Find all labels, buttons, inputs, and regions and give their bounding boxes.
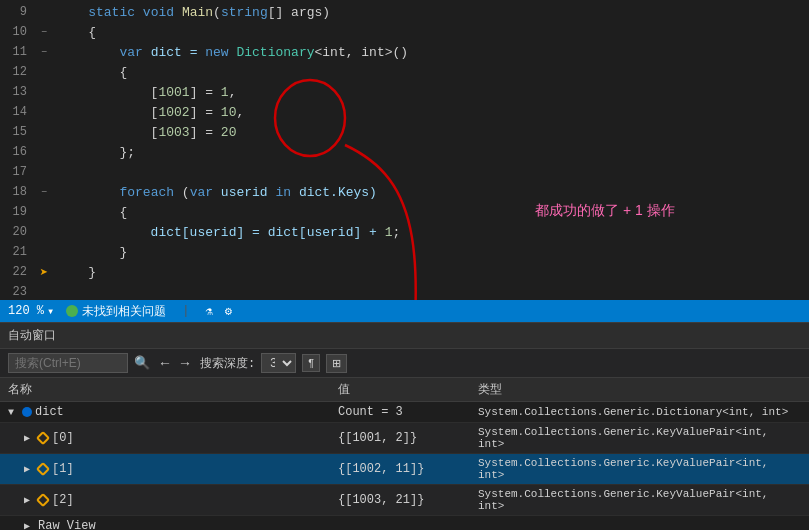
row-name-cell: ▼ dict: [0, 402, 330, 423]
line-number: 16: [0, 145, 35, 159]
orange-diamond-icon: [36, 462, 50, 476]
code-line: 14 [1002] = 10,: [0, 102, 809, 122]
row-name-cell: ▶ [2]: [0, 485, 330, 516]
orange-diamond-icon: [36, 431, 50, 445]
code-content: };: [53, 145, 809, 160]
search-input[interactable]: [8, 353, 128, 373]
search-bar: 🔍 ← → 搜索深度: 3 1 2 4 5 ¶ ⊞: [0, 349, 809, 378]
separator-1: |: [182, 304, 189, 318]
expand-icon[interactable]: ▼: [8, 407, 20, 418]
col-value-header: 值: [330, 378, 470, 402]
row-name-cell: ▶ Raw View: [0, 516, 330, 531]
filter-icon[interactable]: ⚗: [205, 304, 212, 319]
line-indicator: −: [35, 27, 53, 38]
code-content: [1001] = 1,: [53, 85, 809, 100]
col-type-header: 类型: [470, 378, 809, 402]
row-value-cell: Count = 3: [330, 402, 470, 423]
status-bar: 120 % ▾ 未找到相关问题 | ⚗ ⚙: [0, 300, 809, 322]
execution-arrow: ➤: [40, 264, 48, 281]
nav-fwd-button[interactable]: →: [176, 355, 194, 371]
row-type-cell: System.Collections.Generic.KeyValuePair<…: [470, 454, 809, 485]
code-content: static void Main(string[] args): [53, 5, 809, 20]
toolbar-pin-button[interactable]: ¶: [302, 354, 320, 372]
code-line: 17: [0, 162, 809, 182]
code-line: 13 [1001] = 1,: [0, 82, 809, 102]
expand-icon[interactable]: ▶: [24, 495, 36, 506]
status-item: 未找到相关问题: [66, 303, 166, 320]
watch-table: 名称 值 类型 ▼ dictCount = 3System.Collection…: [0, 378, 809, 530]
row-value-cell: {[1003, 21]}: [330, 485, 470, 516]
row-value-cell: {[1002, 11]}: [330, 454, 470, 485]
line-number: 17: [0, 165, 35, 179]
code-content: var dict = new Dictionary<int, int>(): [53, 45, 809, 60]
line-number: 11: [0, 45, 35, 59]
code-content: {: [53, 25, 809, 40]
code-line: 23: [0, 282, 809, 300]
row-value-cell: [330, 516, 470, 531]
nav-arrows: ← →: [156, 355, 194, 371]
line-number: 13: [0, 85, 35, 99]
auto-window-title: 自动窗口: [0, 323, 809, 349]
code-content: {: [53, 65, 809, 80]
expand-icon[interactable]: ▶: [24, 521, 36, 530]
line-number: 22: [0, 265, 35, 279]
search-depth-label: 搜索深度:: [200, 355, 255, 372]
code-content: [1002] = 10,: [53, 105, 809, 120]
blue-circle-icon: [22, 407, 32, 417]
line-number: 21: [0, 245, 35, 259]
collapse-icon[interactable]: −: [41, 47, 47, 58]
table-row[interactable]: ▶ [0]{[1001, 2]}System.Collections.Gener…: [0, 423, 809, 454]
line-number: 10: [0, 25, 35, 39]
zoom-control[interactable]: 120 % ▾: [8, 304, 54, 319]
code-line: 12 {: [0, 62, 809, 82]
search-depth-select[interactable]: 3 1 2 4 5: [261, 353, 296, 373]
line-number: 18: [0, 185, 35, 199]
table-row[interactable]: ▶ [1]{[1002, 11]}System.Collections.Gene…: [0, 454, 809, 485]
code-line: 18− foreach (var userid in dict.Keys): [0, 182, 809, 202]
zoom-value: 120 %: [8, 304, 44, 318]
code-line: 11− var dict = new Dictionary<int, int>(…: [0, 42, 809, 62]
auto-window: 自动窗口 🔍 ← → 搜索深度: 3 1 2 4 5 ¶ ⊞ 名称 值 类型 ▼…: [0, 322, 809, 530]
row-type-cell: System.Collections.Generic.Dictionary<in…: [470, 402, 809, 423]
gear-icon[interactable]: ⚙: [225, 304, 232, 319]
row-name: dict: [35, 405, 64, 419]
code-line: 10− {: [0, 22, 809, 42]
line-number: 12: [0, 65, 35, 79]
collapse-icon[interactable]: −: [41, 187, 47, 198]
expand-icon[interactable]: ▶: [24, 433, 36, 444]
orange-diamond-icon: [36, 493, 50, 507]
toolbar-grid-button[interactable]: ⊞: [326, 354, 347, 373]
nav-back-button[interactable]: ←: [156, 355, 174, 371]
expand-icon[interactable]: ▶: [24, 464, 36, 475]
line-number: 23: [0, 285, 35, 299]
zoom-arrow-icon: ▾: [47, 304, 54, 319]
collapse-icon[interactable]: −: [41, 27, 47, 38]
code-line: 19 {: [0, 202, 809, 222]
table-row[interactable]: ▼ dictCount = 3System.Collections.Generi…: [0, 402, 809, 423]
row-name-cell: ▶ [1]: [0, 454, 330, 485]
line-number: 9: [0, 5, 35, 19]
code-content: }: [53, 265, 809, 280]
code-content: }: [53, 245, 809, 260]
line-indicator: ➤: [35, 264, 53, 281]
code-content: dict[userid] = dict[userid] + 1;: [53, 225, 809, 240]
table-row[interactable]: ▶ [2]{[1003, 21]}System.Collections.Gene…: [0, 485, 809, 516]
code-line: 22➤ }: [0, 262, 809, 282]
table-row[interactable]: ▶ Raw View: [0, 516, 809, 531]
code-content: foreach (var userid in dict.Keys): [53, 185, 809, 200]
row-value-cell: {[1001, 2]}: [330, 423, 470, 454]
code-line: 16 };: [0, 142, 809, 162]
code-lines: 9 static void Main(string[] args)10− {11…: [0, 0, 809, 300]
status-text: 未找到相关问题: [82, 303, 166, 320]
line-number: 20: [0, 225, 35, 239]
line-number: 14: [0, 105, 35, 119]
row-name: [2]: [52, 493, 74, 507]
code-content: {: [53, 205, 809, 220]
row-type-cell: System.Collections.Generic.KeyValuePair<…: [470, 485, 809, 516]
row-name: [0]: [52, 431, 74, 445]
row-type-cell: System.Collections.Generic.KeyValuePair<…: [470, 423, 809, 454]
row-name-cell: ▶ [0]: [0, 423, 330, 454]
code-line: 20 dict[userid] = dict[userid] + 1;: [0, 222, 809, 242]
row-name: Raw View: [38, 519, 96, 530]
line-indicator: −: [35, 47, 53, 58]
